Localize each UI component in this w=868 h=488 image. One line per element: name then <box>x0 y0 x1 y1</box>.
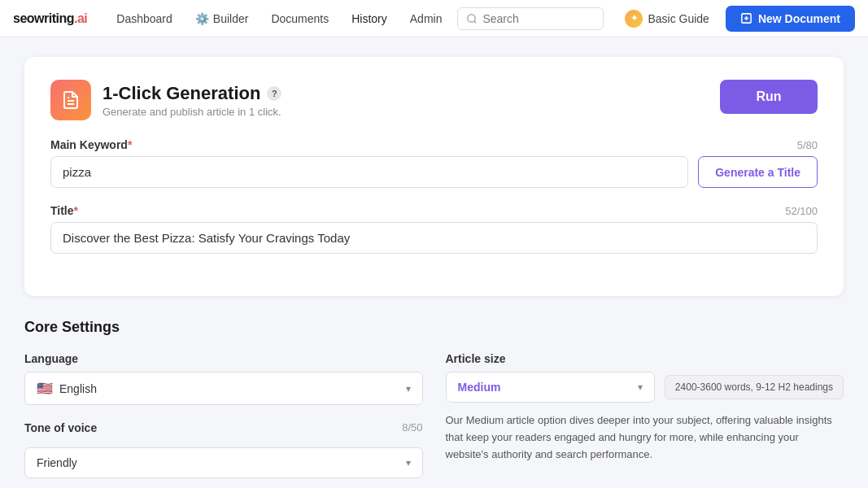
card-icon <box>50 80 91 120</box>
tone-field-group: Tone of voice 8/50 Friendly Professional… <box>24 421 423 478</box>
tone-label: Tone of voice <box>24 421 97 434</box>
svg-point-0 <box>468 14 475 21</box>
keyword-counter: 5/80 <box>797 139 818 151</box>
navbar: seowriting.ai Dashboard ⚙️ Builder Docum… <box>0 0 868 37</box>
new-doc-label: New Document <box>758 12 840 25</box>
new-doc-icon <box>740 12 752 24</box>
tone-label-row: Tone of voice 8/50 <box>24 421 423 441</box>
article-size-row: Medium ▾ 2400-3600 words, 9-12 H2 headin… <box>446 372 844 403</box>
keyword-input-row: Generate a Title <box>50 156 818 188</box>
language-select[interactable]: 🇺🇸 English Spanish French German ▾ <box>24 372 423 405</box>
core-settings-section: Core Settings Language 🇺🇸 English Spanis… <box>24 319 844 488</box>
keyword-label-row: Main Keyword* 5/80 <box>50 138 818 151</box>
search-icon <box>466 13 478 24</box>
keyword-field-group: Main Keyword* 5/80 Generate a Title <box>50 138 818 188</box>
logo-text: seowriting.ai <box>13 11 87 26</box>
language-select-input[interactable]: English Spanish French German <box>59 382 399 395</box>
title-required: * <box>74 204 78 217</box>
search-input[interactable] <box>482 12 595 25</box>
tone-chevron-icon: ▾ <box>406 457 411 468</box>
nav-builder[interactable]: ⚙️ Builder <box>185 7 259 30</box>
nav-builder-label: Builder <box>213 12 249 25</box>
nav-history[interactable]: History <box>342 7 397 30</box>
tone-select-input[interactable]: Friendly Professional Casual Formal <box>37 456 399 469</box>
card-title: 1-Click Generation ? <box>103 83 281 104</box>
language-flag: 🇺🇸 <box>37 381 53 396</box>
keyword-required: * <box>128 138 132 151</box>
tone-select[interactable]: Friendly Professional Casual Formal ▾ <box>24 447 423 478</box>
title-label-row: Title* 52/100 <box>50 204 818 217</box>
language-label: Language <box>24 352 423 365</box>
navbar-links: Dashboard ⚙️ Builder Documents History A… <box>107 7 457 30</box>
article-size-select[interactable]: Medium ▾ <box>446 372 655 403</box>
card-header: 1-Click Generation ? Generate and publis… <box>50 80 818 120</box>
title-counter: 52/100 <box>785 205 818 217</box>
settings-grid: Language 🇺🇸 English Spanish French Germa… <box>24 352 844 488</box>
document-icon <box>61 90 81 110</box>
nav-admin[interactable]: Admin <box>400 7 452 30</box>
title-label: Title* <box>50 204 78 217</box>
guide-icon: ✦ <box>625 10 643 28</box>
keyword-label: Main Keyword* <box>50 138 132 151</box>
generate-title-button[interactable]: Generate a Title <box>698 156 818 188</box>
settings-col-right: Article size Medium ▾ 2400-3600 words, 9… <box>446 352 844 488</box>
tone-counter: 8/50 <box>402 421 422 441</box>
logo[interactable]: seowriting.ai <box>13 11 87 26</box>
core-settings-title: Core Settings <box>24 319 844 336</box>
language-field-group: Language 🇺🇸 English Spanish French Germa… <box>24 352 423 405</box>
logo-ai: .ai <box>74 11 87 25</box>
title-field-group: Title* 52/100 <box>50 204 818 254</box>
new-document-button[interactable]: New Document <box>726 6 855 32</box>
article-size-label: Article size <box>446 352 844 365</box>
gear-icon: ⚙️ <box>195 12 209 25</box>
title-input[interactable] <box>50 222 818 254</box>
article-size-description: Our Medium article option dives deeper i… <box>446 412 844 463</box>
settings-col-left: Language 🇺🇸 English Spanish French Germa… <box>24 352 423 488</box>
article-size-badge: 2400-3600 words, 9-12 H2 headings <box>665 375 844 399</box>
keyword-input[interactable] <box>50 156 688 188</box>
basic-guide-button[interactable]: ✦ Basic Guide <box>613 5 720 33</box>
help-icon[interactable]: ? <box>267 86 281 101</box>
chevron-down-icon: ▾ <box>406 383 411 394</box>
nav-documents[interactable]: Documents <box>261 7 338 30</box>
run-button[interactable]: Run <box>720 80 818 114</box>
card-title-group: 1-Click Generation ? Generate and publis… <box>50 80 281 120</box>
search-box[interactable] <box>457 7 604 30</box>
article-size-value: Medium <box>458 381 501 394</box>
page-content: 1-Click Generation ? Generate and publis… <box>0 37 868 488</box>
article-size-field-group: Article size Medium ▾ 2400-3600 words, 9… <box>446 352 844 463</box>
card-subtitle: Generate and publish article in 1 click. <box>103 106 281 118</box>
nav-dashboard[interactable]: Dashboard <box>107 7 182 30</box>
guide-label: Basic Guide <box>648 12 709 25</box>
one-click-card: 1-Click Generation ? Generate and publis… <box>24 57 844 296</box>
card-title-text: 1-Click Generation ? Generate and publis… <box>103 83 281 118</box>
article-size-chevron-icon: ▾ <box>638 381 643 393</box>
